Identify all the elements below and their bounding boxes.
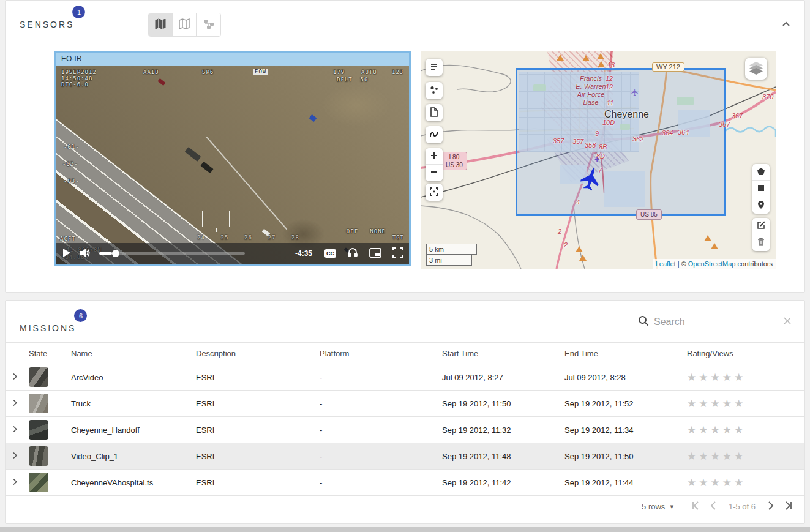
mission-description: ESRI	[191, 399, 315, 408]
squiggle-icon	[429, 130, 439, 140]
map-zoom-control	[426, 148, 443, 181]
openstreetmap-link[interactable]: OpenStreetMap	[688, 260, 736, 268]
next-page-button[interactable]	[763, 498, 778, 515]
row-expand-button[interactable]	[6, 478, 24, 488]
campsite-icon	[704, 235, 711, 241]
last-page-button[interactable]	[781, 498, 796, 515]
zoom-to-extent-button[interactable]	[426, 184, 443, 201]
search-clear-button[interactable]	[782, 316, 792, 328]
edit-icon	[757, 221, 765, 231]
seek-thumb[interactable]	[112, 250, 119, 257]
mission-thumbnail	[29, 446, 48, 466]
mission-start-time: Sep 19 2012, 11:42	[437, 478, 560, 487]
mission-name: CheyenneVAhospital.ts	[66, 478, 191, 487]
column-header-rating: Rating/Views	[682, 349, 804, 358]
closed-captions-button[interactable]: CC	[324, 249, 336, 258]
sensors-count-badge: 1	[72, 6, 85, 18]
draw-rectangle-button[interactable]	[752, 181, 770, 197]
audio-track-button[interactable]	[347, 243, 358, 264]
page-bottom-scrollbar[interactable]	[0, 527, 810, 532]
zoom-out-button[interactable]	[426, 165, 443, 181]
time-remaining: -4:35	[295, 249, 312, 258]
sensors-collapse-button[interactable]	[779, 18, 793, 32]
fullscreen-button[interactable]	[392, 243, 403, 264]
draw-marker-button[interactable]	[752, 197, 770, 214]
rating-stars[interactable]	[687, 398, 746, 410]
map-draw-track-button[interactable]	[426, 126, 443, 143]
pagination-range: 1-5 of 6	[729, 502, 756, 511]
mission-platform: -	[315, 373, 437, 382]
last-page-icon	[784, 501, 793, 512]
edit-shape-button[interactable]	[752, 218, 770, 234]
rows-per-page-value: 5 rows	[642, 502, 665, 511]
volume-button[interactable]	[80, 243, 91, 264]
picture-in-picture-button[interactable]	[369, 243, 381, 264]
search-input[interactable]	[654, 317, 782, 328]
chevron-right-icon	[10, 451, 19, 462]
osd-aaid: AAID	[143, 69, 159, 75]
row-expand-button[interactable]	[6, 451, 24, 462]
delete-shape-button[interactable]	[752, 234, 770, 251]
mission-name: Cheyenne_Handoff	[66, 425, 191, 435]
sensors-view-toolbar	[148, 13, 221, 37]
expand-icon	[430, 187, 438, 198]
mission-name: Truck	[66, 399, 191, 408]
view-map-outline-button[interactable]	[173, 13, 197, 36]
road-number-label: 362	[632, 135, 643, 143]
row-expand-button[interactable]	[6, 399, 24, 409]
square-icon	[757, 184, 765, 193]
seek-slider[interactable]	[99, 252, 245, 255]
picture-in-picture-icon	[369, 248, 381, 260]
mission-start-time: Sep 19 2012, 11:32	[437, 425, 560, 435]
pentagon-icon	[757, 167, 765, 178]
mission-name: ArcVideo	[66, 373, 191, 382]
column-header-platform: Platform	[315, 349, 437, 358]
view-map-filled-button[interactable]	[149, 13, 173, 36]
map-export-button[interactable]	[426, 104, 443, 121]
layers-button[interactable]	[745, 58, 767, 80]
road-number-label: 370	[762, 93, 773, 100]
first-page-button[interactable]	[688, 498, 703, 515]
view-workflow-button[interactable]	[197, 13, 220, 36]
plus-icon	[430, 152, 438, 161]
campsite-icon	[711, 243, 718, 249]
row-expand-button[interactable]	[6, 425, 24, 435]
draw-polygon-button[interactable]	[752, 164, 770, 181]
route-shield-wy212: WY 212	[652, 62, 684, 72]
play-button[interactable]	[62, 243, 71, 264]
video-player-panel: EO-IR 19SEP2012 14:50:48	[54, 51, 411, 266]
column-header-start-time: Start Time	[437, 349, 560, 358]
map-panel[interactable]: WY 212 I 80 US 30 US 85 Cheyenne Francis…	[421, 51, 776, 269]
sensors-header: SENSORS 1	[6, 1, 804, 39]
rows-per-page-select[interactable]: 5 rows	[642, 502, 673, 511]
previous-page-button[interactable]	[707, 498, 721, 515]
mission-platform: -	[315, 478, 437, 487]
rating-stars[interactable]	[687, 372, 746, 383]
campsite-icon	[582, 55, 590, 61]
osd-eow: EOW	[253, 69, 268, 75]
aoi-rectangle[interactable]	[516, 68, 726, 216]
mission-end-time: Sep 19 2012, 11:34	[560, 425, 682, 435]
table-row[interactable]: Truck ESRI - Sep 19 2012, 11:50 Sep 19 2…	[6, 391, 804, 417]
file-icon	[430, 107, 438, 119]
scale-bar-km: 5 km	[426, 244, 477, 255]
road-number-label: 2	[564, 241, 568, 249]
leaflet-link[interactable]: Leaflet	[656, 260, 676, 268]
zoom-in-button[interactable]	[426, 148, 443, 165]
table-header-row: State Name Description Platform Start Ti…	[6, 342, 804, 364]
table-row[interactable]: Cheyenne_Handoff ESRI - Sep 19 2012, 11:…	[6, 417, 804, 443]
road-number-label: 8B	[599, 143, 607, 151]
table-row[interactable]: ArcVideo ESRI - Jul 09 2012, 8:27 Jul 09…	[6, 364, 804, 391]
table-row-selected[interactable]: Video_Clip_1 ESRI - Sep 19 2012, 11:48 S…	[6, 443, 804, 470]
table-row[interactable]: CheyenneVAhospital.ts ESRI - Sep 19 2012…	[6, 470, 804, 496]
rating-stars[interactable]	[687, 424, 746, 436]
rating-stars[interactable]	[687, 451, 746, 462]
road-number-label: 10D	[602, 119, 615, 126]
video-viewport[interactable]: 19SEP2012 14:50:48 DTC-6.0 AAID SP6 EOW …	[56, 66, 409, 264]
rating-stars[interactable]	[687, 477, 746, 489]
row-expand-button[interactable]	[6, 372, 24, 383]
osd-frame: 123	[392, 69, 403, 75]
map-menu-button[interactable]	[426, 59, 443, 76]
map-cluster-button[interactable]	[426, 82, 443, 99]
ownship-aircraft-icon[interactable]	[579, 165, 603, 193]
